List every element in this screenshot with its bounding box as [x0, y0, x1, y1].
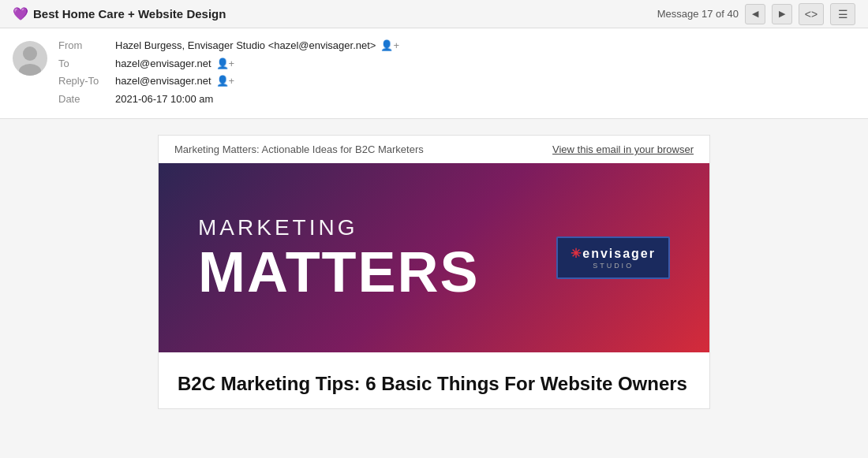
- top-bar-right: Message 17 of 40 ◀ ▶ <> ☰: [657, 3, 855, 25]
- avatar: [13, 41, 47, 76]
- code-view-button[interactable]: <>: [799, 3, 824, 25]
- svg-point-1: [19, 64, 41, 76]
- app-title: Best Home Care + Website Design: [33, 7, 226, 20]
- app-title-area: 💜 Best Home Care + Website Design: [13, 6, 226, 21]
- article-title: B2C Marketing Tips: 6 Basic Things For W…: [178, 371, 690, 396]
- message-counter: Message 17 of 40: [657, 8, 739, 20]
- replyto-row: Reply-To hazel@envisager.net 👤+: [58, 73, 855, 89]
- newsletter-title: Marketing Matters: Actionable Ideas for …: [174, 143, 424, 155]
- banner-logo: ✳envisager STUDIO: [556, 236, 670, 279]
- date-label: Date: [58, 91, 115, 107]
- logo-studio-text: STUDIO: [593, 262, 634, 270]
- add-contact-to-icon[interactable]: 👤+: [216, 56, 235, 72]
- to-row: To hazel@envisager.net 👤+: [58, 56, 855, 72]
- logo-brand-text: ✳envisager: [571, 246, 656, 261]
- email-header: From Hazel Burgess, Envisager Studio <ha…: [0, 28, 868, 119]
- from-row: From Hazel Burgess, Envisager Studio <ha…: [58, 38, 855, 54]
- banner-text: MARKETING MATTERS: [198, 215, 480, 300]
- menu-button[interactable]: ☰: [830, 3, 855, 25]
- email-content-wrapper: Marketing Matters: Actionable Ideas for …: [158, 135, 710, 409]
- replyto-value: hazel@envisager.net: [115, 73, 211, 89]
- top-bar: 💜 Best Home Care + Website Design Messag…: [0, 0, 868, 28]
- date-value: 2021-06-17 10:00 am: [115, 91, 213, 107]
- email-banner: MARKETING MATTERS ✳envisager STUDIO: [159, 163, 709, 352]
- heart-icon: 💜: [13, 6, 28, 21]
- date-row: Date 2021-06-17 10:00 am: [58, 91, 855, 107]
- replyto-label: Reply-To: [58, 73, 115, 89]
- to-label: To: [58, 56, 115, 72]
- view-browser-link[interactable]: View this email in your browser: [552, 143, 694, 155]
- article-heading: B2C Marketing Tips: 6 Basic Things For W…: [159, 352, 709, 408]
- banner-matters-text: MATTERS: [198, 244, 480, 300]
- from-value: Hazel Burgess, Envisager Studio <hazel@e…: [115, 38, 376, 54]
- add-contact-from-icon[interactable]: 👤+: [380, 38, 399, 54]
- add-contact-replyto-icon[interactable]: 👤+: [216, 73, 235, 89]
- email-top-bar: Marketing Matters: Actionable Ideas for …: [159, 136, 709, 163]
- prev-message-button[interactable]: ◀: [745, 4, 765, 24]
- to-value: hazel@envisager.net: [115, 56, 211, 72]
- next-message-button[interactable]: ▶: [772, 4, 792, 24]
- email-body: Marketing Matters: Actionable Ideas for …: [0, 119, 868, 458]
- from-label: From: [58, 38, 115, 54]
- email-meta: From Hazel Burgess, Envisager Studio <ha…: [58, 38, 855, 109]
- svg-point-0: [23, 47, 37, 61]
- banner-marketing-text: MARKETING: [198, 215, 480, 240]
